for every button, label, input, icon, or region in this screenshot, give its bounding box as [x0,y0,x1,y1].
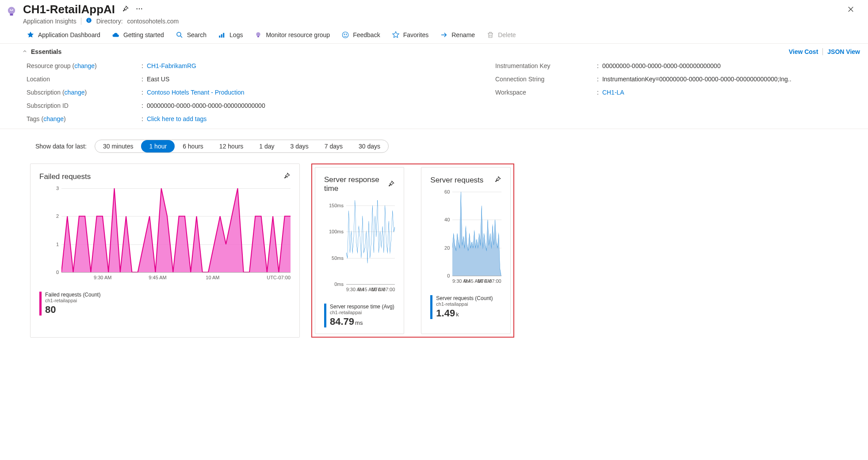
divider [81,18,81,25]
legend-value: 1.49k [436,308,493,319]
cloud-icon [112,31,120,39]
more-icon[interactable] [135,5,143,14]
svg-point-17 [344,34,345,35]
pin-icon[interactable] [387,180,395,189]
essentials-grid: Resource group (change) CH1-FabrikamRG I… [0,60,868,115]
cmd-delete: Delete [486,31,516,39]
chevron-up-icon[interactable] [22,49,27,55]
svg-point-9 [88,19,89,19]
svg-rect-13 [223,33,224,38]
smile-icon [341,31,349,39]
pin-icon[interactable] [283,172,291,181]
ess-workspace-value[interactable]: CH1-LA [597,89,860,96]
card-title: Failed requests [39,172,91,181]
card-title: Server requests [430,176,483,185]
card-failed-requests: Failed requests 0123 9:30 AM9:45 AM10 AM… [30,163,300,338]
card-response-time: Server response time 0ms50ms100ms150ms 9… [315,167,404,334]
time-pill-12-hours[interactable]: 12 hours [211,140,251,152]
ess-connstr-label: Connection String [495,76,597,83]
cmd-monitor-rg[interactable]: Monitor resource group [254,31,330,39]
svg-rect-15 [257,36,259,38]
ess-tags-label: Tags (change) [27,115,141,122]
cmd-search[interactable]: Search [176,31,206,39]
cmd-logs[interactable]: Logs [218,31,243,39]
time-pill-7-days[interactable]: 7 days [317,140,351,152]
close-icon[interactable] [843,3,858,18]
cmd-dashboard[interactable]: Application Dashboard [27,31,100,39]
svg-point-10 [177,32,181,36]
time-range-label: Show data for last: [35,143,87,150]
legend-label: Server response time (Avg) [330,304,394,310]
legend-sub: ch1-retailappai [330,310,394,315]
divider [822,48,823,55]
chart-failed[interactable]: 0123 9:30 AM9:45 AM10 AMUTC-07:00 [39,188,291,285]
legend-color [324,304,326,327]
command-bar: Application Dashboard Getting started Se… [0,25,868,44]
info-icon[interactable] [86,17,92,25]
legend-label: Failed requests (Count) [45,292,100,298]
directory-value: contosohotels.com [127,18,179,25]
svg-point-6 [141,8,142,9]
svg-point-14 [256,32,260,36]
ess-location-label: Location [27,76,141,83]
time-range-pills: 30 minutes1 hour6 hours12 hours1 day3 da… [95,140,389,153]
change-link[interactable]: change [43,115,64,122]
ess-workspace-label: Workspace [495,89,597,96]
card-title: Server response time [324,175,387,193]
star-outline-icon [392,31,400,39]
logs-icon [218,31,226,39]
svg-rect-11 [219,36,220,38]
change-link[interactable]: change [65,89,85,96]
ess-subid-value: 00000000-0000-0000-0000-000000000000 [141,102,495,109]
svg-rect-8 [88,20,89,22]
chart-requests[interactable]: 0204060 9:30 AM9:45 AM10 AMUTC-07:00 [430,192,501,289]
cmd-getting-started[interactable]: Getting started [112,31,164,39]
ess-connstr-value: InstrumentationKey=00000000-0000-0000-00… [597,76,860,83]
legend-color [430,295,432,319]
svg-point-4 [137,8,138,9]
json-view-link[interactable]: JSON View [827,48,860,55]
svg-rect-1 [10,14,13,16]
pin-icon[interactable] [493,175,501,185]
legend-label: Server requests (Count) [436,295,493,301]
ess-ikey-value: 00000000-0000-0000-0000-000000000000 [597,62,860,69]
search-icon [176,31,184,39]
time-pill-6-hours[interactable]: 6 hours [175,140,211,152]
pin-icon[interactable] [121,5,129,14]
ess-subscription-label: Subscription (change) [27,89,141,96]
svg-point-18 [346,34,347,35]
time-pill-1-hour[interactable]: 1 hour [141,140,175,152]
arrow-right-icon [440,31,448,39]
time-pill-1-day[interactable]: 1 day [251,140,282,152]
legend-value: 80 [45,304,100,316]
highlighted-cards: Server response time 0ms50ms100ms150ms 9… [311,163,514,338]
ess-subscription-value[interactable]: Contoso Hotels Tenant - Production [141,89,495,96]
ess-tags-value[interactable]: Click here to add tags [141,115,860,122]
appinsights-icon [4,4,19,19]
essentials-heading[interactable]: Essentials [31,48,61,55]
bulb-small-icon [254,31,262,39]
trash-icon [486,31,494,39]
time-pill-30-minutes[interactable]: 30 minutes [95,140,141,152]
ess-resource-group-value[interactable]: CH1-FabrikamRG [141,62,495,69]
legend-color [39,292,42,316]
time-pill-3-days[interactable]: 3 days [283,140,317,152]
directory-label: Directory: [96,18,123,25]
svg-point-16 [342,32,348,38]
change-link[interactable]: change [74,62,95,69]
cmd-feedback[interactable]: Feedback [341,31,380,39]
star-icon [27,31,34,39]
ess-location-value: East US [141,76,495,83]
ess-ikey-label: Instrumentation Key [495,62,597,69]
time-pill-30-days[interactable]: 30 days [351,140,388,152]
svg-point-5 [139,8,140,9]
legend-sub: ch1-retailappai [436,301,493,307]
cmd-favorites[interactable]: Favorites [392,31,429,39]
chart-response[interactable]: 0ms50ms100ms150ms 9:30 AM9:45 AM10 AMUTC… [324,200,395,297]
svg-rect-12 [221,34,222,38]
cmd-rename[interactable]: Rename [440,31,475,39]
resource-type-label: Application Insights [23,18,76,25]
legend-sub: ch1-retailappai [45,298,100,303]
card-server-requests: Server requests 0204060 9:30 AM9:45 AM10… [421,167,510,334]
view-cost-link[interactable]: View Cost [789,48,818,55]
